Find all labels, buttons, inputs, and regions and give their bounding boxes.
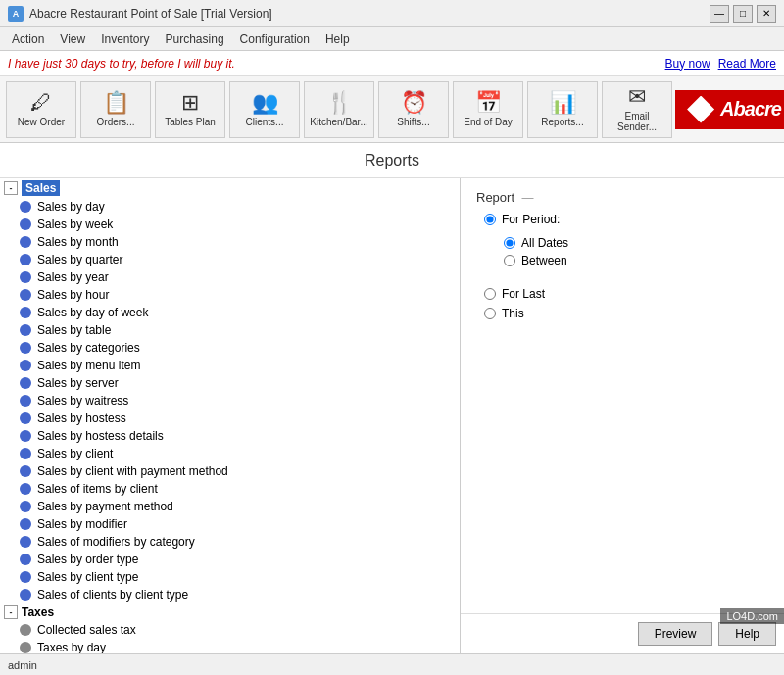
app-icon: A [8,6,24,22]
all-dates-radio[interactable] [504,237,515,249]
read-more-link[interactable]: Read More [718,57,776,71]
tree-item-sales-by-client-type[interactable]: Sales by client type [16,568,460,586]
kitchen-bar-label: Kitchen/Bar... [310,117,368,127]
status-user: admin [8,659,37,671]
for-last-label: For Last [502,287,545,301]
main-content: - Sales Sales by day Sales by week Sales… [0,178,784,653]
title-bar: A Abacre Restaurant Point of Sale [Trial… [0,0,784,27]
tree-item-collected-sales-tax[interactable]: Collected sales tax [16,621,460,639]
tree-item-sales-by-menu-item[interactable]: Sales by menu item [16,357,460,374]
tree-item-sales-by-order-type[interactable]: Sales by order type [16,551,460,568]
buy-now-link[interactable]: Buy now [665,57,710,71]
between-label: Between [521,254,567,267]
tree-item-sales-by-waitress[interactable]: Sales by waitress [16,392,460,410]
tree-item-sales-of-items-by-client[interactable]: Sales of items by client [16,480,460,498]
tree-item-sales-by-week[interactable]: Sales by week [16,216,460,233]
bullet-icon [20,342,31,354]
all-dates-row: All Dates [504,236,768,250]
orders-button[interactable]: 📋 Orders... [80,81,151,138]
bullet-icon [20,501,31,512]
tree-item-taxes-by-day[interactable]: Taxes by day [16,639,460,653]
bullet-icon [20,360,31,371]
menu-configuration[interactable]: Configuration [232,30,318,48]
window-controls[interactable]: — □ ✕ [710,5,776,23]
reports-label: Reports... [541,117,583,127]
reports-button[interactable]: 📊 Reports... [527,81,598,138]
taxes-children: Collected sales tax Taxes by day Cash Re… [0,621,460,653]
bullet-icon [20,448,31,459]
logo-text: Abacre [720,98,781,121]
tree-item-sales-of-clients-by-client-type[interactable]: Sales of clients by client type [16,586,460,603]
menu-action[interactable]: Action [4,30,52,48]
bullet-icon [20,589,31,601]
bullet-icon [20,483,31,495]
clients-button[interactable]: 👥 Clients... [229,81,300,138]
menu-help[interactable]: Help [318,30,358,48]
tree-item-sales-by-day[interactable]: Sales by day [16,198,460,216]
clients-icon: 👥 [252,92,278,114]
end-of-day-label: End of Day [464,117,512,127]
menu-purchasing[interactable]: Purchasing [158,30,232,48]
bullet-icon [20,430,31,442]
tree-item-sales-by-modifier[interactable]: Sales by modifier [16,515,460,533]
end-of-day-icon: 📅 [475,92,502,114]
shifts-button[interactable]: ⏰ Shifts... [378,81,449,138]
trial-text: I have just 30 days to try, before I wil… [8,57,235,71]
tree-item-sales-by-day-of-week[interactable]: Sales by day of week [16,304,460,321]
tables-plan-icon: ⊞ [181,92,199,114]
tables-plan-button[interactable]: ⊞ Tables Plan [155,81,225,138]
help-button[interactable]: Help [718,622,776,646]
tree-label-taxes: Taxes [22,605,54,619]
for-last-row: For Last [484,287,768,301]
tree-item-sales-by-quarter[interactable]: Sales by quarter [16,251,460,268]
menu-bar: Action View Inventory Purchasing Configu… [0,27,784,51]
tree-item-sales-by-hour[interactable]: Sales by hour [16,286,460,304]
email-sender-icon: ✉ [628,86,646,108]
bullet-icon [20,324,31,336]
tree-panel[interactable]: - Sales Sales by day Sales by week Sales… [0,178,461,653]
tree-item-sales-by-hostess-details[interactable]: Sales by hostess details [16,427,460,445]
bullet-icon [20,518,31,530]
this-row: This [484,307,768,320]
tree-item-sales-by-hostess[interactable]: Sales by hostess [16,410,460,427]
orders-icon: 📋 [103,92,129,114]
menu-view[interactable]: View [52,30,93,48]
for-last-radio[interactable] [484,288,496,300]
tree-item-sales-by-server[interactable]: Sales by server [16,374,460,392]
this-label: This [502,307,524,320]
kitchen-bar-button[interactable]: 🍴 Kitchen/Bar... [304,81,374,138]
email-sender-button[interactable]: ✉ Email Sender... [602,81,672,138]
tree-item-sales-by-payment[interactable]: Sales by payment method [16,498,460,515]
this-radio[interactable] [484,308,496,319]
bullet-icon [20,642,31,653]
trial-bar: I have just 30 days to try, before I wil… [0,51,784,76]
between-radio[interactable] [504,255,515,266]
minimize-button[interactable]: — [710,5,729,23]
tree-group-taxes[interactable]: - Taxes [0,603,460,621]
tree-item-sales-by-categories[interactable]: Sales by categories [16,339,460,357]
tree-item-sales-by-year[interactable]: Sales by year [16,268,460,286]
new-order-button[interactable]: 🖊 New Order [6,81,76,138]
tree-item-sales-by-client-payment[interactable]: Sales by client with payment method [16,462,460,480]
taxes-expand-icon[interactable]: - [4,605,18,619]
close-button[interactable]: ✕ [757,5,776,23]
tree-item-sales-by-client[interactable]: Sales by client [16,445,460,462]
bullet-icon [20,236,31,248]
tree-item-sales-of-modifiers[interactable]: Sales of modifiers by category [16,533,460,551]
sales-children: Sales by day Sales by week Sales by mont… [0,198,460,603]
period-sub-options: All Dates Between [504,236,768,267]
tree-item-sales[interactable]: Sales [22,180,60,196]
sales-expand-icon[interactable]: - [4,181,18,195]
end-of-day-button[interactable]: 📅 End of Day [453,81,523,138]
orders-label: Orders... [97,117,135,127]
maximize-button[interactable]: □ [733,5,753,23]
logo-shape [687,96,714,123]
tree-item-sales-by-month[interactable]: Sales by month [16,233,460,251]
preview-button[interactable]: Preview [638,622,713,646]
menu-inventory[interactable]: Inventory [93,30,157,48]
for-period-label: For Period: [502,213,560,226]
for-period-radio[interactable] [484,214,496,225]
bullet-icon [20,377,31,389]
tree-item-sales-by-table[interactable]: Sales by table [16,321,460,339]
tree-group-sales[interactable]: - Sales [0,178,460,198]
